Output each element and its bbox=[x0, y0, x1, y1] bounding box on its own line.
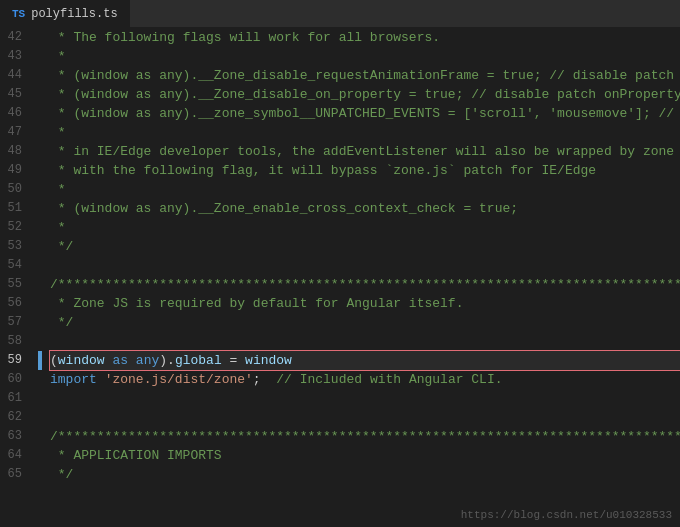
code-line: * in IE/Edge developer tools, the addEve… bbox=[50, 142, 680, 161]
token: // Included with Angular CLI. bbox=[276, 372, 502, 387]
token: any bbox=[136, 353, 159, 368]
line-number: 47 bbox=[0, 123, 30, 142]
line-number: 49 bbox=[0, 161, 30, 180]
code-line: * The following flags will work for all … bbox=[50, 28, 680, 47]
line-number: 51 bbox=[0, 199, 30, 218]
code-line: * bbox=[50, 218, 680, 237]
token: * Zone JS is required by default for Ang… bbox=[50, 296, 463, 311]
tab-filename: polyfills.ts bbox=[31, 7, 117, 21]
code-line: * (window as any).__Zone_disable_on_prop… bbox=[50, 85, 680, 104]
code-line: /***************************************… bbox=[50, 427, 680, 446]
token: ( bbox=[50, 353, 58, 368]
token: * bbox=[50, 125, 66, 140]
code-line: /***************************************… bbox=[50, 275, 680, 294]
line-number: 62 bbox=[0, 408, 30, 427]
line-number: 55 bbox=[0, 275, 30, 294]
token: import bbox=[50, 372, 97, 387]
watermark: https://blog.csdn.net/u010328533 bbox=[461, 509, 672, 521]
line-number: 48 bbox=[0, 142, 30, 161]
code-line: * bbox=[50, 180, 680, 199]
line-number: 64 bbox=[0, 446, 30, 465]
line-number: 65 bbox=[0, 465, 30, 484]
code-line: * bbox=[50, 123, 680, 142]
token: window bbox=[58, 353, 105, 368]
line-number: 53 bbox=[0, 237, 30, 256]
code-line bbox=[50, 256, 680, 275]
token: 'zone.js/dist/zone' bbox=[105, 372, 253, 387]
token: */ bbox=[50, 467, 73, 482]
token: * in IE/Edge developer tools, the addEve… bbox=[50, 144, 674, 159]
code-line: * bbox=[50, 47, 680, 66]
token: ). bbox=[159, 353, 175, 368]
line-number: 63 bbox=[0, 427, 30, 446]
token bbox=[97, 372, 105, 387]
line-number: 44 bbox=[0, 66, 30, 85]
line-number: 60 bbox=[0, 370, 30, 389]
code-line: import 'zone.js/dist/zone'; // Included … bbox=[50, 370, 680, 389]
code-line bbox=[50, 408, 680, 427]
line-number: 59 bbox=[0, 351, 30, 370]
line-numbers: 4243444546474849505152535455565758596061… bbox=[0, 28, 38, 527]
code-content[interactable]: * The following flags will work for all … bbox=[42, 28, 680, 527]
token: * (window as any).__zone_symbol__UNPATCH… bbox=[50, 106, 674, 121]
code-line: * (window as any).__zone_symbol__UNPATCH… bbox=[50, 104, 680, 123]
editor-window: TS polyfills.ts 424344454647484950515253… bbox=[0, 0, 680, 527]
token: following bbox=[105, 30, 175, 45]
token: * bbox=[50, 49, 66, 64]
line-number: 50 bbox=[0, 180, 30, 199]
token: */ bbox=[50, 315, 73, 330]
line-number: 54 bbox=[0, 256, 30, 275]
tab-bar: TS polyfills.ts bbox=[0, 0, 680, 28]
token: ; bbox=[253, 372, 276, 387]
code-line bbox=[50, 389, 680, 408]
code-line: */ bbox=[50, 313, 680, 332]
active-tab[interactable]: TS polyfills.ts bbox=[0, 0, 131, 27]
token: * bbox=[50, 220, 66, 235]
code-line: */ bbox=[50, 465, 680, 484]
token: * (window as any).__Zone_enable_cross_co… bbox=[50, 201, 518, 216]
line-number: 57 bbox=[0, 313, 30, 332]
token: global bbox=[175, 353, 222, 368]
token: /***************************************… bbox=[50, 277, 680, 292]
token: * The bbox=[50, 30, 105, 45]
code-line: * Zone JS is required by default for Ang… bbox=[50, 294, 680, 313]
line-number: 61 bbox=[0, 389, 30, 408]
token: * (window as any).__Zone_disable_request… bbox=[50, 68, 674, 83]
line-number: 56 bbox=[0, 294, 30, 313]
token: */ bbox=[50, 239, 73, 254]
code-line: * (window as any).__Zone_enable_cross_co… bbox=[50, 199, 680, 218]
token: * (window as any).__Zone_disable_on_prop… bbox=[50, 87, 680, 102]
token: flags will work for all browsers. bbox=[175, 30, 440, 45]
token: /***************************************… bbox=[50, 429, 680, 444]
code-line: (window as any).global = window bbox=[50, 351, 680, 370]
line-number: 42 bbox=[0, 28, 30, 47]
line-number: 45 bbox=[0, 85, 30, 104]
token: * bbox=[50, 182, 66, 197]
code-container: 4243444546474849505152535455565758596061… bbox=[0, 28, 680, 527]
token: window bbox=[245, 353, 292, 368]
token bbox=[128, 353, 136, 368]
token: = bbox=[222, 353, 245, 368]
typescript-icon: TS bbox=[12, 8, 25, 20]
line-number: 58 bbox=[0, 332, 30, 351]
code-line: * (window as any).__Zone_disable_request… bbox=[50, 66, 680, 85]
editor-area: 4243444546474849505152535455565758596061… bbox=[0, 28, 680, 527]
code-line: */ bbox=[50, 237, 680, 256]
code-line bbox=[50, 332, 680, 351]
line-number: 52 bbox=[0, 218, 30, 237]
token: as bbox=[112, 353, 128, 368]
token: * with the following flag, it will bypas… bbox=[50, 163, 596, 178]
code-line: * APPLICATION IMPORTS bbox=[50, 446, 680, 465]
token: * APPLICATION IMPORTS bbox=[50, 448, 222, 463]
code-line: * with the following flag, it will bypas… bbox=[50, 161, 680, 180]
line-number: 46 bbox=[0, 104, 30, 123]
line-number: 43 bbox=[0, 47, 30, 66]
